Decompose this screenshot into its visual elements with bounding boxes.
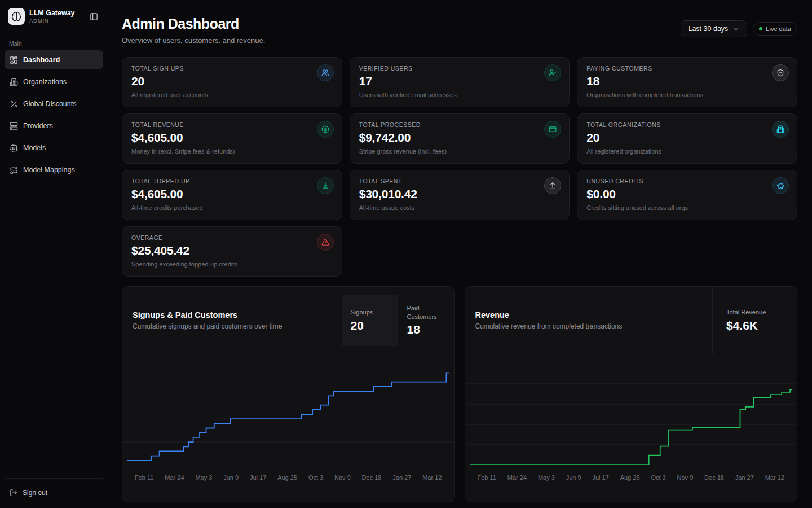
shield-check-icon [772, 64, 789, 81]
sidebar: LLM Gateway ADMIN Main Dashboard Organiz… [0, 0, 108, 508]
x-axis-label: Feb 11 [478, 474, 496, 481]
sidebar-item-label: Providers [23, 122, 53, 130]
x-axis-label: Mar 12 [422, 474, 442, 481]
x-axis-label: Aug 25 [620, 474, 640, 481]
stat-value: $25,405.42 [131, 244, 333, 257]
revenue-step-chart [465, 358, 797, 471]
sidebar-item-organizations[interactable]: Organizations [5, 72, 103, 91]
stat-card-total-sign-ups: TOTAL SIGN UPS 20 All registered user ac… [122, 57, 342, 107]
sidebar-item-label: Dashboard [23, 56, 60, 64]
stat-description: Money in (excl. Stripe fees & refunds) [131, 148, 333, 155]
signups-chart-titles: Signups & Paid Customers Cumulative sign… [122, 287, 342, 354]
stat-cards-grid: TOTAL SIGN UPS 20 All registered user ac… [122, 57, 797, 277]
signups-series-toggle[interactable]: Signups 20 [342, 295, 398, 346]
building-icon [772, 121, 789, 138]
piggy-bank-icon [772, 177, 789, 194]
stat-card-total-topped-up: TOTAL TOPPED UP $4,605.00 All-time credi… [122, 170, 342, 220]
stat-description: Credits sitting unused across all orgs [586, 204, 788, 211]
stat-card-total-revenue: TOTAL REVENUE $4,605.00 Money in (excl. … [122, 113, 342, 164]
live-data-badge: Live data [753, 22, 797, 36]
x-axis-label: Jun 9 [566, 474, 581, 481]
x-axis-label: Mar 12 [765, 474, 784, 481]
live-data-label: Live data [766, 25, 791, 32]
series-line-revenue [470, 389, 792, 465]
stat-label: TOTAL SIGN UPS [131, 65, 333, 72]
brand: LLM Gateway ADMIN [5, 6, 103, 32]
signups-chart-header: Signups & Paid Customers Cumulative sign… [122, 287, 454, 354]
brand-text: LLM Gateway ADMIN [29, 9, 83, 24]
stat-description: All-time usage costs [359, 204, 561, 211]
x-axis-label: Jun 9 [223, 474, 239, 481]
stat-value: $4,605.00 [131, 187, 333, 201]
stat-description: Spending exceeding topped-up credits [131, 261, 333, 268]
signups-chart-body: Feb 11Mar 24May 3Jun 9Jul 17Aug 25Oct 3N… [122, 354, 454, 502]
total-revenue-stat: Total Revenue $4.6K [712, 287, 797, 354]
sidebar-item-global-discounts[interactable]: Global Discounts [5, 94, 103, 113]
stat-description: Stripe gross revenue (incl. fees) [359, 148, 561, 155]
signups-step-chart [122, 358, 454, 471]
stat-label: TOTAL TOPPED UP [131, 178, 333, 185]
revenue-chart-body: Feb 11Mar 24May 3Jun 9Jul 17Aug 25Oct 3N… [465, 354, 797, 502]
stat-value: $0.00 [586, 187, 788, 201]
sidebar-collapse-button[interactable] [87, 10, 100, 23]
sidebar-item-model-mappings[interactable]: Model Mappings [5, 160, 103, 179]
date-range-value: Last 30 days [688, 25, 728, 33]
revenue-chart-header: Revenue Cumulative revenue from complete… [465, 287, 797, 354]
stat-description: Users with verified email addresses [359, 91, 561, 98]
chevron-down-icon [732, 25, 740, 33]
chart-subtitle: Cumulative signups and paid customers ov… [133, 322, 332, 330]
sidebar-item-label: Organizations [23, 78, 67, 86]
stat-description: Organizations with completed transaction… [586, 91, 788, 98]
sidebar-item-dashboard[interactable]: Dashboard [5, 50, 103, 69]
x-axis-label: Feb 11 [135, 474, 153, 481]
page-title: Admin Dashboard [122, 16, 265, 32]
sidebar-item-label: Model Mappings [23, 166, 75, 174]
series-toggle-value: 20 [351, 319, 389, 332]
sidebar-spacer [5, 179, 103, 478]
sidebar-nav: Dashboard Organizations Global Discounts… [5, 50, 103, 179]
stat-description: All-time credits purchased [131, 204, 333, 211]
date-range-selector[interactable]: Last 30 days [681, 20, 747, 37]
percent-icon [10, 100, 18, 108]
x-axis-label: May 3 [195, 474, 212, 481]
signups-x-axis: Feb 11Mar 24May 3Jun 9Jul 17Aug 25Oct 3N… [122, 471, 454, 481]
stat-card-verified-users: VERIFIED USERS 17 Users with verified em… [350, 57, 570, 107]
x-axis-label: Nov 9 [677, 474, 694, 481]
stat-label: OVERAGE [131, 234, 333, 241]
stat-value: $30,010.42 [359, 187, 561, 201]
server-icon [10, 122, 18, 130]
page-subtitle: Overview of users, customers, and revenu… [122, 36, 265, 45]
stat-card-unused-credits: UNUSED CREDITS $0.00 Credits sitting unu… [577, 170, 797, 220]
x-axis-label: Jul 17 [592, 474, 608, 481]
series-line-signups [127, 373, 449, 460]
charts-row: Signups & Paid Customers Cumulative sign… [122, 286, 797, 502]
x-axis-label: Mar 24 [165, 474, 184, 481]
panel-left-icon [90, 12, 98, 21]
paid-customers-series-toggle[interactable]: Paid Customers 18 [398, 295, 454, 346]
page-header-titles: Admin Dashboard Overview of users, custo… [122, 16, 265, 45]
revenue-chart-titles: Revenue Cumulative revenue from complete… [465, 287, 713, 354]
stat-label: TOTAL REVENUE [131, 121, 333, 128]
cpu-icon [10, 144, 18, 152]
sidebar-item-models[interactable]: Models [5, 138, 103, 157]
x-axis-label: Dec 18 [704, 474, 724, 481]
main-content: Admin Dashboard Overview of users, custo… [108, 0, 812, 508]
brand-name: LLM Gateway [29, 9, 83, 18]
total-revenue-value: $4.6K [726, 319, 783, 332]
stat-value: 18 [586, 75, 788, 88]
brand-logo-icon [8, 8, 25, 25]
log-out-icon [10, 489, 17, 497]
signups-chart-card: Signups & Paid Customers Cumulative sign… [122, 286, 455, 502]
revenue-x-axis: Feb 11Mar 24May 3Jun 9Jul 17Aug 25Oct 3N… [465, 471, 797, 481]
building-icon [10, 78, 18, 86]
route-icon [10, 166, 18, 174]
stat-card-total-processed: TOTAL PROCESSED $9,742.00 Stripe gross r… [350, 113, 570, 164]
x-axis-label: Dec 18 [362, 474, 382, 481]
stat-label: TOTAL SPENT [359, 178, 561, 185]
sign-out-button[interactable]: Sign out [5, 484, 103, 501]
stat-value: 20 [131, 75, 333, 88]
stat-value: $4,605.00 [131, 131, 333, 144]
sidebar-item-providers[interactable]: Providers [5, 116, 103, 135]
chart-title: Signups & Paid Customers [133, 310, 332, 319]
live-dot-icon [759, 27, 762, 30]
